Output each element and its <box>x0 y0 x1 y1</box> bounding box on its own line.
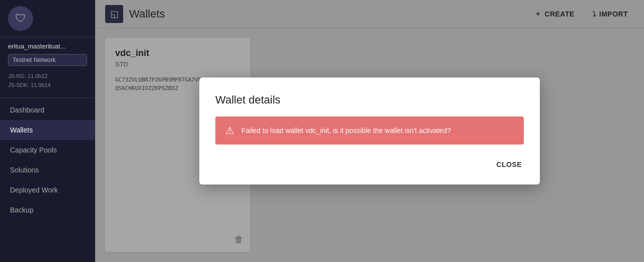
close-button[interactable]: CLOSE <box>494 156 524 172</box>
avatar-icon: 🛡 <box>15 12 26 25</box>
sidebar-item-dashboard[interactable]: Dashboard <box>0 100 95 120</box>
sidebar-avatar-area: 🛡 <box>0 0 95 38</box>
sidebar-network-badge: Testnet Network <box>8 54 87 66</box>
sidebar-item-solutions[interactable]: Solutions <box>0 160 95 180</box>
modal-title: Wallet details <box>215 94 524 106</box>
sidebar-item-capacity-pools[interactable]: Capacity Pools <box>0 140 95 160</box>
js-sdk-version: JS-SDK: 11.0b14 <box>8 81 87 90</box>
sidebar-item-wallets[interactable]: Wallets <box>0 120 95 140</box>
js-ng-version: JS-NG: 11.0b12 <box>8 72 87 81</box>
avatar: 🛡 <box>8 6 33 31</box>
warning-icon: ⚠ <box>225 124 234 136</box>
sidebar-username: eritua_masterituat... <box>0 38 95 52</box>
wallet-details-modal: Wallet details ⚠ Failed to load wallet v… <box>199 78 540 184</box>
sidebar-item-backup[interactable]: Backup <box>0 200 95 220</box>
sidebar-versions: JS-NG: 11.0b12 JS-SDK: 11.0b14 <box>0 70 95 96</box>
sidebar-item-deployed-work[interactable]: Deployed Work <box>0 180 95 200</box>
sidebar: 🛡 eritua_masterituat... Testnet Network … <box>0 0 95 262</box>
modal-overlay: Wallet details ⚠ Failed to load wallet v… <box>95 0 644 262</box>
error-alert: ⚠ Failed to load wallet vdc_init, is it … <box>215 116 524 144</box>
main-content: ◱ Wallets ＋ CREATE ⤵ IMPORT vdc_init STD… <box>95 0 644 262</box>
modal-footer: CLOSE <box>215 156 524 172</box>
error-message: Failed to load wallet vdc_init, is it po… <box>241 126 451 134</box>
sidebar-divider <box>0 98 95 98</box>
